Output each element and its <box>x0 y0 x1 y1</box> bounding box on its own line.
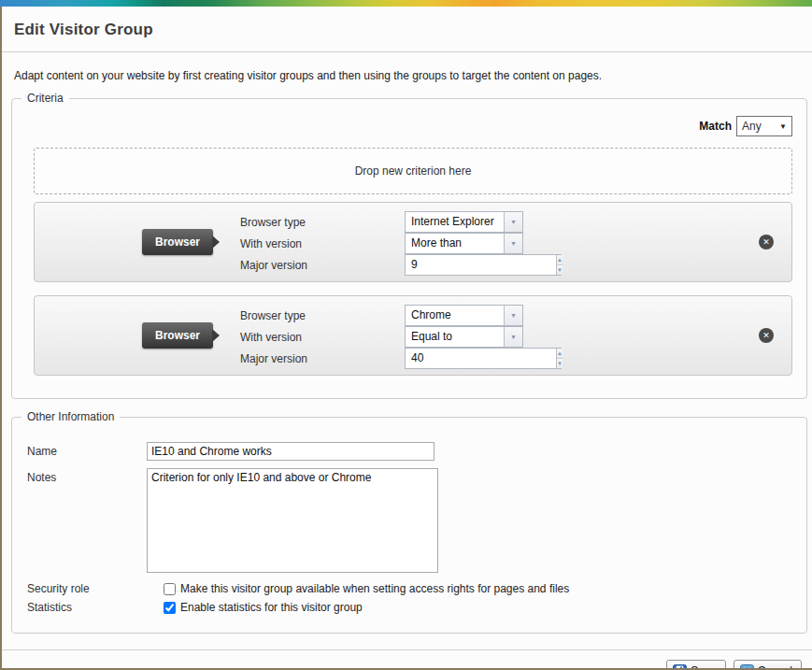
major-version-spinner: ▲ ▼ <box>405 348 562 369</box>
notes-textarea[interactable]: Criterion for only IE10 and above or Chr… <box>147 468 438 573</box>
spinner-down-icon[interactable]: ▼ <box>557 359 563 368</box>
spinner-up-icon[interactable]: ▲ <box>557 255 563 265</box>
dropdown-arrow-button[interactable]: ▼ <box>504 327 522 347</box>
criteria-fieldset: Criteria Match Any ▼ Drop new criterion … <box>11 92 807 399</box>
browser-type-select[interactable]: Chrome ▼ <box>405 305 523 326</box>
major-version-input[interactable] <box>406 255 556 275</box>
with-version-label: With version <box>240 331 405 344</box>
major-version-label: Major version <box>240 352 405 365</box>
criterion-row: Browser Browser type Chrome ▼ With versi… <box>34 295 792 376</box>
chevron-down-icon: ▼ <box>510 240 517 247</box>
security-role-text[interactable]: Make this visitor group available when s… <box>180 582 569 595</box>
spinner-down-icon[interactable]: ▼ <box>557 265 563 275</box>
drop-zone-text: Drop new criterion here <box>355 164 472 178</box>
name-label: Name <box>27 442 147 461</box>
name-input[interactable] <box>147 442 434 461</box>
chevron-down-icon: ▼ <box>779 122 787 131</box>
chevron-down-icon: ▼ <box>510 312 517 319</box>
match-select-value: Any <box>742 120 762 133</box>
with-version-label: With version <box>240 237 405 250</box>
drop-new-criterion-zone[interactable]: Drop new criterion here <box>34 148 792 194</box>
match-label: Match <box>699 120 732 133</box>
major-version-label: Major version <box>240 259 405 272</box>
match-select[interactable]: Any ▼ <box>736 116 792 136</box>
with-version-select[interactable]: More than ▼ <box>405 233 523 254</box>
with-version-value: More than <box>406 234 504 253</box>
major-version-input[interactable] <box>406 349 556 368</box>
notes-label: Notes <box>27 468 147 573</box>
chevron-down-icon: ▼ <box>510 219 517 225</box>
chevron-down-icon: ▼ <box>510 334 517 340</box>
browser-type-select[interactable]: Internet Explorer ▼ <box>405 211 523 233</box>
other-information-legend: Other Information <box>21 410 120 423</box>
page-title: Edit Visitor Group <box>14 21 812 39</box>
statistics-label: Statistics <box>27 601 147 614</box>
browser-tag-label: Browser <box>142 229 213 255</box>
security-role-checkbox[interactable] <box>164 583 176 595</box>
browser-type-label: Browser type <box>240 309 405 322</box>
edit-visitor-group-page: Edit Visitor Group Adapt content on your… <box>0 0 812 670</box>
security-role-label: Security role <box>27 582 147 595</box>
statistics-text[interactable]: Enable statistics for this visitor group <box>180 601 363 614</box>
with-version-value: Equal to <box>406 327 504 347</box>
dropdown-arrow-button[interactable]: ▼ <box>504 234 522 253</box>
remove-criterion-button[interactable]: ✕ <box>759 235 774 249</box>
browser-type-label: Browser type <box>240 216 405 229</box>
dropdown-arrow-button[interactable]: ▼ <box>504 306 522 325</box>
statistics-checkbox[interactable] <box>164 602 176 614</box>
title-divider <box>0 51 812 52</box>
criteria-legend: Criteria <box>21 92 69 105</box>
browser-type-value: Chrome <box>406 306 504 325</box>
match-row: Match Any ▼ <box>34 116 792 136</box>
browser-type-value: Internet Explorer <box>406 212 504 232</box>
spinner-up-icon[interactable]: ▲ <box>557 349 563 359</box>
major-version-spinner: ▲ ▼ <box>405 254 562 276</box>
criterion-row: Browser Browser type Internet Explorer ▼… <box>34 202 792 282</box>
close-icon: ✕ <box>762 331 770 340</box>
with-version-select[interactable]: Equal to ▼ <box>405 326 523 348</box>
page-description: Adapt content on your website by first c… <box>14 69 798 82</box>
other-information-fieldset: Other Information Name Notes Criterion f… <box>11 410 807 634</box>
tag-arrow-icon <box>212 329 220 342</box>
footer-divider <box>0 649 812 650</box>
browser-tag-handle[interactable]: Browser <box>142 322 220 349</box>
remove-criterion-button[interactable]: ✕ <box>759 328 774 343</box>
page-header: Edit Visitor Group <box>0 7 812 39</box>
left-edge-border <box>0 7 2 670</box>
tag-arrow-icon <box>212 235 220 249</box>
browser-tag-label: Browser <box>142 322 213 349</box>
browser-tag-handle[interactable]: Browser <box>142 229 220 255</box>
dropdown-arrow-button[interactable]: ▼ <box>504 212 522 232</box>
close-icon: ✕ <box>762 237 770 247</box>
rainbow-top-bar <box>0 0 812 7</box>
